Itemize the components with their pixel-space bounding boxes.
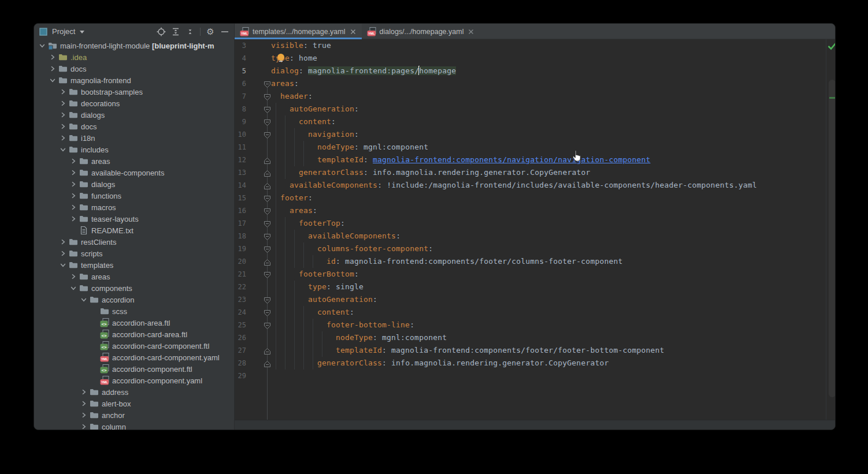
tree-row[interactable]: column: [34, 421, 235, 430]
code-line[interactable]: 25footer-bottom-line:: [235, 319, 836, 331]
chevron-down-icon[interactable]: [38, 41, 47, 50]
fold-start-icon[interactable]: [264, 270, 271, 278]
tree-row[interactable]: available-components: [34, 167, 235, 178]
fold-start-icon[interactable]: [264, 130, 271, 138]
code-line[interactable]: 24content:: [235, 306, 836, 319]
chevron-right-icon[interactable]: [48, 53, 57, 62]
fold-start-icon[interactable]: [264, 232, 271, 240]
chevron-right-icon[interactable]: [79, 387, 88, 397]
chevron-down-icon[interactable]: [79, 295, 88, 304]
code-line[interactable]: 12templateId: magnolia-frontend:componen…: [235, 154, 836, 166]
tree-row[interactable]: address: [34, 386, 235, 398]
tree-row[interactable]: accordion: [34, 294, 235, 305]
editor-tab-templates-homepage[interactable]: YML templates/.../homepage.yaml: [235, 24, 362, 39]
chevron-right-icon[interactable]: [58, 122, 68, 131]
tree-row[interactable]: YMLaccordion-component.yaml: [34, 375, 235, 386]
close-x-icon[interactable]: [468, 29, 474, 35]
code-line[interactable]: 14availableComponents: !include:/magnoli…: [235, 179, 836, 192]
tree-row[interactable]: areas: [34, 271, 235, 282]
tree-row[interactable]: restClients: [34, 236, 235, 248]
code-line[interactable]: 4type: home: [235, 52, 836, 65]
code-line[interactable]: 6areas:: [235, 77, 836, 90]
chevron-right-icon[interactable]: [69, 203, 78, 212]
code-line[interactable]: 17footerTop:: [235, 217, 836, 230]
fold-start-icon[interactable]: [264, 92, 271, 100]
fold-end-icon[interactable]: [264, 359, 271, 367]
tree-row[interactable]: decorations: [34, 98, 235, 109]
tree-row[interactable]: teaser-layouts: [34, 213, 235, 225]
chevron-right-icon[interactable]: [58, 99, 68, 108]
code-line[interactable]: 15footer:: [235, 192, 836, 204]
editor[interactable]: 3visible: true4type: home5dialog: magnol…: [235, 39, 836, 420]
code-line[interactable]: 27templateId: magnolia-frontend:componen…: [235, 344, 836, 357]
fold-end-icon[interactable]: [264, 346, 271, 354]
expand-all-icon[interactable]: [171, 27, 180, 36]
tree-row[interactable]: YMLaccordion-card-component.yaml: [34, 352, 235, 363]
chevron-down-icon[interactable]: [58, 145, 68, 154]
hide-panel-minus-icon[interactable]: [220, 27, 229, 36]
code-line[interactable]: 23autoGeneration:: [235, 293, 836, 306]
tree-row[interactable]: README.txt: [34, 225, 235, 236]
fold-start-icon[interactable]: [264, 118, 271, 125]
chevron-right-icon[interactable]: [58, 237, 68, 247]
tree-row[interactable]: dialogs: [34, 178, 235, 190]
code-line[interactable]: 21footerBottom:: [235, 268, 836, 281]
tree-row[interactable]: scripts: [34, 248, 235, 259]
chevron-down-icon[interactable]: [79, 28, 86, 35]
code-line[interactable]: 13generatorClass: info.magnolia.renderin…: [235, 166, 836, 179]
chevron-right-icon[interactable]: [58, 87, 68, 96]
chevron-right-icon[interactable]: [79, 399, 88, 408]
chevron-right-icon[interactable]: [58, 249, 68, 258]
code-line[interactable]: 8autoGeneration:: [235, 103, 836, 115]
fold-start-icon[interactable]: [264, 194, 271, 201]
tree-row[interactable]: anchor: [34, 409, 235, 421]
fold-start-icon[interactable]: [264, 207, 271, 214]
chevron-right-icon[interactable]: [58, 133, 68, 143]
tree-row[interactable]: docs: [34, 121, 235, 132]
tree-row[interactable]: components: [34, 282, 235, 294]
chevron-down-icon[interactable]: [48, 76, 57, 85]
gear-icon[interactable]: ⚙: [206, 27, 215, 36]
fold-start-icon[interactable]: [264, 296, 271, 303]
code-line[interactable]: 29: [235, 370, 836, 382]
code-line[interactable]: 16areas:: [235, 204, 836, 217]
code-line[interactable]: 3visible: true: [235, 39, 836, 52]
chevron-right-icon[interactable]: [69, 180, 78, 189]
project-panel-title[interactable]: Project: [52, 27, 75, 36]
intention-bulb-icon[interactable]: [277, 54, 285, 62]
chevron-right-icon[interactable]: [69, 272, 78, 281]
chevron-right-icon[interactable]: [48, 64, 57, 73]
chevron-down-icon[interactable]: [58, 260, 68, 270]
fold-start-icon[interactable]: [264, 308, 271, 316]
tree-row[interactable]: dialogs: [34, 109, 235, 121]
code-line[interactable]: 19columns-footer-component:: [235, 242, 836, 255]
code-hyperlink[interactable]: magnolia-frontend:components/navigation/…: [373, 155, 650, 164]
fold-start-icon[interactable]: [264, 80, 271, 87]
tree-row[interactable]: <>accordion-card-area.ftl: [34, 329, 235, 340]
chevron-right-icon[interactable]: [58, 110, 68, 120]
tree-row[interactable]: i18n: [34, 132, 235, 144]
tree-row[interactable]: alert-box: [34, 398, 235, 409]
fold-start-icon[interactable]: [264, 219, 271, 227]
fold-end-icon[interactable]: [264, 156, 271, 163]
code-line[interactable]: 20id: magnolia-frontend:components/foote…: [235, 255, 836, 268]
code-line[interactable]: 5dialog: magnolia-frontend:pages/homepag…: [235, 65, 836, 77]
tree-row[interactable]: main-frontend-light-module [blueprint-li…: [34, 40, 235, 51]
tree-row[interactable]: areas: [34, 155, 235, 167]
code-line[interactable]: 28generatorClass: info.magnolia.renderin…: [235, 357, 836, 370]
code-line[interactable]: 10navigation:: [235, 128, 836, 141]
tree-row[interactable]: magnolia-frontend: [34, 74, 235, 86]
code-line[interactable]: 26nodeType: mgnl:component: [235, 331, 836, 344]
chevron-right-icon[interactable]: [69, 168, 78, 177]
close-x-icon[interactable]: [350, 29, 356, 35]
code-line[interactable]: 22type: single: [235, 281, 836, 293]
chevron-right-icon[interactable]: [79, 422, 88, 430]
collapse-all-icon[interactable]: [186, 27, 195, 36]
fold-start-icon[interactable]: [264, 245, 271, 252]
tree-row[interactable]: scss: [34, 305, 235, 317]
tree-row[interactable]: .idea: [34, 51, 235, 63]
tree-row[interactable]: <>accordion-component.ftl: [34, 363, 235, 375]
chevron-right-icon[interactable]: [79, 410, 88, 420]
chevron-down-icon[interactable]: [69, 283, 78, 293]
fold-start-icon[interactable]: [264, 105, 271, 113]
